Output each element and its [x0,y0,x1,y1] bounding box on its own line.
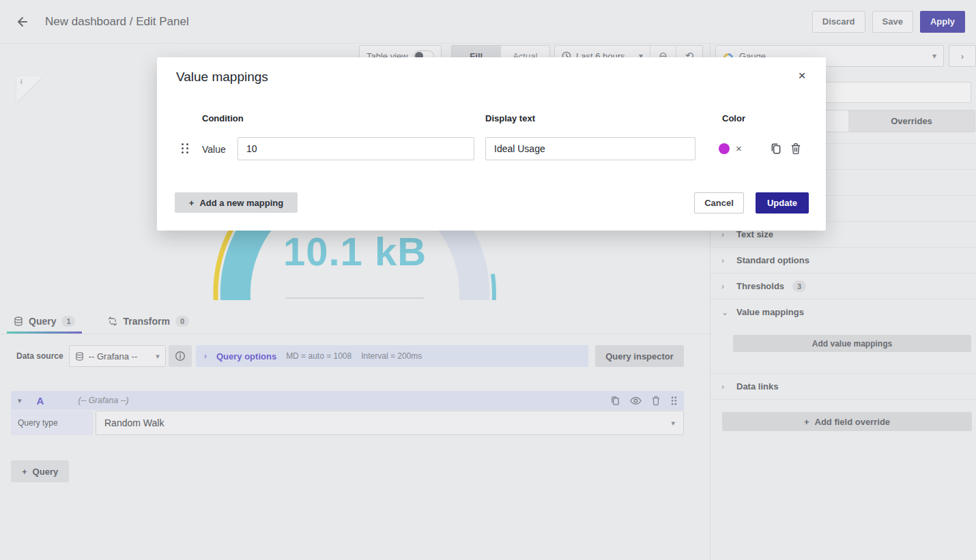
grafana-edit-panel-screen: New dashboard / Edit Panel Discard Save … [0,0,976,560]
close-icon[interactable]: × [794,68,809,83]
color-swatch[interactable] [719,143,730,154]
value-mappings-modal: Value mappings × Condition Display text … [157,57,826,231]
column-header-condition: Condition [202,113,244,123]
delete-mapping-trash-icon[interactable] [790,143,802,155]
column-header-color: Color [722,113,745,123]
add-new-mapping-label: Add a new mapping [199,198,283,208]
plus-icon: + [189,198,195,208]
mapping-type-label: Value [202,144,226,155]
display-text-input[interactable] [485,137,695,160]
duplicate-mapping-icon[interactable] [770,143,782,155]
remove-color-icon[interactable]: × [736,142,742,156]
drag-handle-icon[interactable] [182,143,188,154]
cancel-button[interactable]: Cancel [694,192,744,213]
add-new-mapping-button[interactable]: + Add a new mapping [175,192,298,213]
condition-value-input[interactable] [238,137,474,160]
modal-title: Value mappings [176,70,268,85]
column-header-display-text: Display text [485,113,535,123]
update-button[interactable]: Update [756,192,809,213]
